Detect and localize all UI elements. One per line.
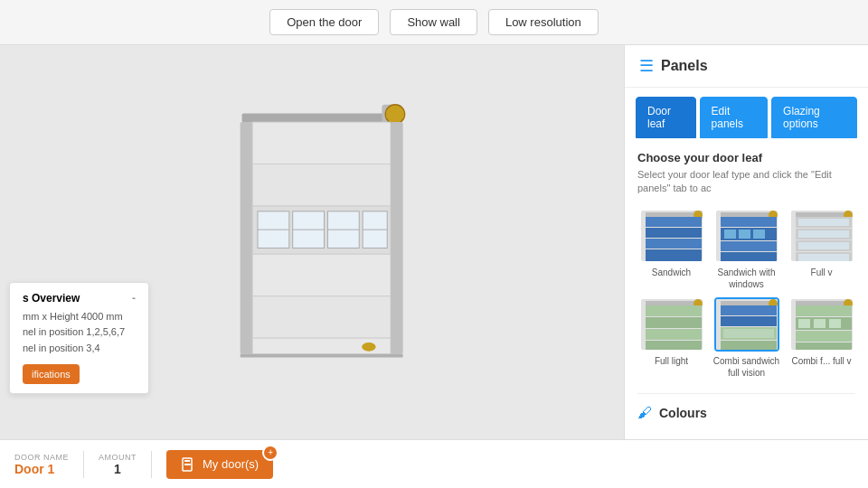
- panel-title: Panels: [661, 58, 708, 74]
- my-doors-icon: [181, 457, 195, 472]
- specifications-button[interactable]: ifications: [23, 364, 80, 384]
- door-type-full-light[interactable]: Full light: [637, 297, 705, 379]
- low-resolution-button[interactable]: Low resolution: [488, 9, 599, 35]
- separator-1: [83, 451, 84, 478]
- svg-rect-52: [646, 301, 702, 305]
- svg-rect-21: [241, 354, 403, 358]
- tab-door-leaf[interactable]: Door leaf: [636, 97, 696, 138]
- svg-rect-77: [184, 460, 190, 462]
- door-svg: [203, 98, 420, 369]
- colours-section: 🖌 Colours: [637, 393, 855, 421]
- svg-point-79: [189, 464, 191, 465]
- door-type-combi-full-vision-2-img: [789, 297, 854, 352]
- svg-rect-61: [721, 305, 777, 315]
- door-name-label: DOOR NAME: [14, 453, 69, 462]
- bottom-bar: DOOR NAME Door 1 AMOUNT 1 My door(s) +: [0, 439, 868, 488]
- svg-rect-48: [798, 242, 849, 249]
- info-panel-title: s Overview: [23, 292, 80, 305]
- svg-rect-46: [798, 230, 849, 238]
- door-type-sandwich-windows[interactable]: Sandwich with windows: [712, 209, 780, 290]
- door-name-field: DOOR NAME Door 1: [14, 453, 69, 476]
- svg-rect-26: [646, 217, 702, 227]
- svg-rect-74: [796, 331, 852, 342]
- door-type-full-vision[interactable]: Full v: [788, 209, 855, 290]
- svg-rect-50: [798, 254, 849, 261]
- door-name-value: Door 1: [14, 462, 69, 476]
- svg-rect-3: [386, 110, 403, 119]
- info-line-2: nel in position 1,2,5,6,7: [23, 325, 136, 339]
- right-panel-header: ☰ Panels: [625, 45, 868, 88]
- door-type-full-light-label: Full light: [655, 355, 688, 367]
- door-type-sandwich-windows-label: Sandwich with windows: [712, 267, 780, 290]
- svg-rect-31: [721, 212, 777, 217]
- door-type-combi-full-vision-2[interactable]: Combi f... full v: [788, 297, 855, 379]
- viewer-area: s Overview - mm x Height 4000 mm nel in …: [0, 45, 624, 439]
- svg-rect-73: [829, 319, 841, 328]
- door-type-combi-sandwich-full-vision-label: Combi sandwich full vision: [712, 355, 780, 379]
- svg-rect-59: [721, 301, 777, 305]
- info-line-3: nel in position 3,4: [23, 342, 136, 355]
- door-type-sandwich-label: Sandwich: [652, 267, 691, 278]
- svg-rect-19: [391, 122, 403, 353]
- svg-rect-29: [646, 249, 702, 262]
- door-type-combi-sandwich-full-vision[interactable]: Combi sandwich full vision: [712, 297, 780, 379]
- svg-point-20: [362, 343, 375, 352]
- svg-rect-27: [646, 228, 702, 238]
- svg-rect-62: [721, 316, 777, 326]
- amount-field: AMOUNT 1: [99, 453, 137, 476]
- show-wall-button[interactable]: Show wall: [390, 9, 477, 35]
- info-panel-collapse[interactable]: -: [132, 292, 136, 305]
- section-title: Choose your door leaf: [637, 151, 855, 164]
- door-type-combi-sandwich-full-vision-img: [714, 297, 779, 352]
- svg-rect-75: [796, 343, 852, 352]
- door-types-grid: Sandwich: [637, 209, 855, 379]
- info-panel: s Overview - mm x Height 4000 mm nel in …: [9, 282, 149, 394]
- my-doors-button[interactable]: My door(s) +: [166, 450, 273, 479]
- door-type-sandwich-windows-img: [714, 209, 779, 263]
- svg-rect-38: [721, 241, 777, 251]
- amount-label: AMOUNT: [99, 453, 137, 462]
- svg-rect-65: [721, 341, 777, 352]
- svg-rect-6: [252, 164, 391, 206]
- info-panel-header: s Overview -: [23, 292, 136, 305]
- svg-rect-5: [252, 122, 391, 164]
- my-doors-label: My door(s): [203, 457, 259, 471]
- section-desc: Select your door leaf type and click the…: [637, 168, 855, 196]
- svg-rect-35: [724, 230, 736, 239]
- svg-rect-54: [646, 305, 702, 316]
- door-type-full-vision-img: [789, 209, 854, 263]
- main-content: s Overview - mm x Height 4000 mm nel in …: [0, 45, 868, 439]
- open-door-button[interactable]: Open the door: [269, 9, 379, 35]
- svg-rect-36: [739, 230, 750, 239]
- hamburger-icon: ☰: [639, 56, 654, 76]
- svg-rect-0: [242, 113, 400, 122]
- svg-rect-56: [646, 329, 702, 340]
- svg-rect-69: [796, 305, 852, 316]
- separator-2: [151, 451, 152, 478]
- svg-rect-4: [241, 122, 253, 353]
- svg-rect-41: [796, 212, 852, 217]
- right-panel: ☰ Panels Door leaf Edit panels Glazing o…: [624, 45, 868, 439]
- svg-rect-57: [646, 341, 702, 352]
- door-type-sandwich[interactable]: Sandwich: [637, 209, 705, 290]
- tab-edit-panels[interactable]: Edit panels: [700, 97, 768, 138]
- tab-glazing-options[interactable]: Glazing options: [771, 97, 857, 138]
- svg-rect-16: [252, 254, 391, 296]
- svg-rect-44: [798, 219, 849, 226]
- amount-value: 1: [114, 462, 121, 476]
- svg-rect-67: [796, 301, 852, 305]
- svg-rect-72: [814, 319, 826, 328]
- door-type-full-vision-label: Full v: [811, 267, 833, 278]
- paint-brush-icon: 🖌: [637, 405, 652, 421]
- svg-rect-71: [798, 319, 810, 328]
- svg-rect-33: [721, 217, 777, 227]
- door-type-sandwich-img: [639, 209, 704, 263]
- top-bar: Open the door Show wall Low resolution: [0, 0, 868, 45]
- door-illustration: [203, 98, 420, 369]
- my-doors-badge: +: [262, 445, 278, 461]
- svg-rect-23: [646, 212, 702, 217]
- door-type-full-light-img: [639, 297, 704, 352]
- svg-rect-39: [721, 252, 777, 263]
- panel-content: Choose your door leaf Select your door l…: [625, 138, 868, 439]
- tabs-container: Door leaf Edit panels Glazing options: [625, 88, 868, 138]
